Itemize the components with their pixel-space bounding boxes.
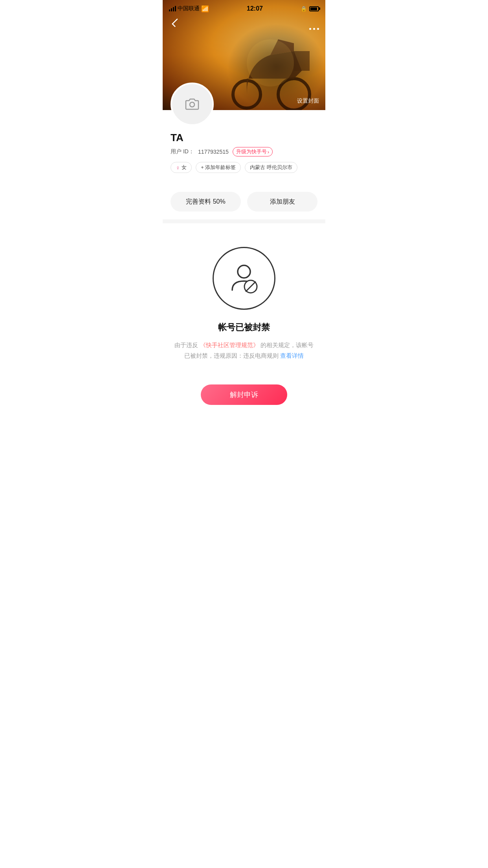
add-friend-button[interactable]: 添加朋友 [247, 192, 317, 211]
banned-icon-inner [226, 261, 262, 296]
camera-icon [184, 97, 200, 111]
location-tag[interactable]: 内蒙古 呼伦贝尔市 [245, 162, 297, 173]
back-button[interactable] [169, 16, 183, 30]
banned-desc-part1: 由于违反 [174, 342, 198, 348]
wifi-icon: 📶 [201, 5, 209, 13]
status-right: 🔒 [301, 6, 319, 12]
signal-bars-icon [169, 6, 176, 11]
carrier-label: 中国联通 [178, 5, 200, 12]
more-dot-1 [309, 28, 311, 30]
complete-profile-button[interactable]: 完善资料 50% [171, 192, 241, 211]
tags-row: ♀ 女 + 添加年龄标签 内蒙古 呼伦贝尔市 [171, 162, 317, 173]
svg-point-0 [278, 79, 310, 110]
appeal-button[interactable]: 解封申诉 [201, 384, 287, 405]
action-buttons: 完善资料 50% 添加朋友 [171, 192, 317, 211]
back-chevron-icon [172, 18, 181, 28]
add-age-tag-label: + 添加年龄标签 [201, 164, 236, 171]
add-age-tag-button[interactable]: + 添加年龄标签 [196, 162, 241, 173]
svg-point-3 [190, 102, 194, 107]
user-id-value: 1177932515 [198, 149, 229, 155]
more-dot-2 [313, 28, 315, 30]
banned-person-icon [226, 261, 262, 296]
more-dot-3 [317, 28, 319, 30]
more-button[interactable] [309, 28, 319, 30]
banned-description: 由于违反 《快手社区管理规范》 的相关规定，该帐号已被封禁，违规原因：违反电商规… [174, 340, 314, 361]
status-time: 12:07 [247, 5, 263, 12]
profile-section: TA 用户 ID： 1177932515 升级为快手号 › ♀ 女 + 添加年龄… [163, 110, 325, 181]
appeal-button-wrap: 解封申诉 [163, 377, 325, 421]
svg-point-4 [238, 265, 250, 278]
status-bar: 中国联通 📶 12:07 🔒 [163, 0, 325, 17]
banned-section: 帐号已被封禁 由于违反 《快手社区管理规范》 的相关规定，该帐号已被封禁，违规原… [163, 227, 325, 377]
upgrade-button[interactable]: 升级为快手号 › [233, 147, 273, 156]
username: TA [171, 132, 317, 144]
gender-label: 女 [182, 164, 187, 171]
svg-point-2 [247, 39, 294, 86]
location-label: 内蒙古 呼伦贝尔市 [250, 164, 292, 171]
user-id-label: 用户 ID： [171, 148, 194, 155]
battery-icon [309, 6, 319, 11]
avatar[interactable] [171, 83, 214, 126]
section-divider [163, 219, 325, 223]
user-id-row: 用户 ID： 1177932515 升级为快手号 › [171, 147, 317, 156]
lock-icon: 🔒 [301, 6, 307, 12]
banned-desc-link1[interactable]: 《快手社区管理规范》 [200, 342, 259, 348]
status-left: 中国联通 📶 [169, 5, 209, 13]
gender-tag[interactable]: ♀ 女 [171, 162, 192, 173]
banned-title: 帐号已被封禁 [218, 322, 270, 333]
set-cover-button[interactable]: 设置封面 [297, 97, 319, 105]
banned-desc-link2[interactable]: 查看详情 [280, 352, 304, 359]
banned-icon [213, 247, 275, 310]
